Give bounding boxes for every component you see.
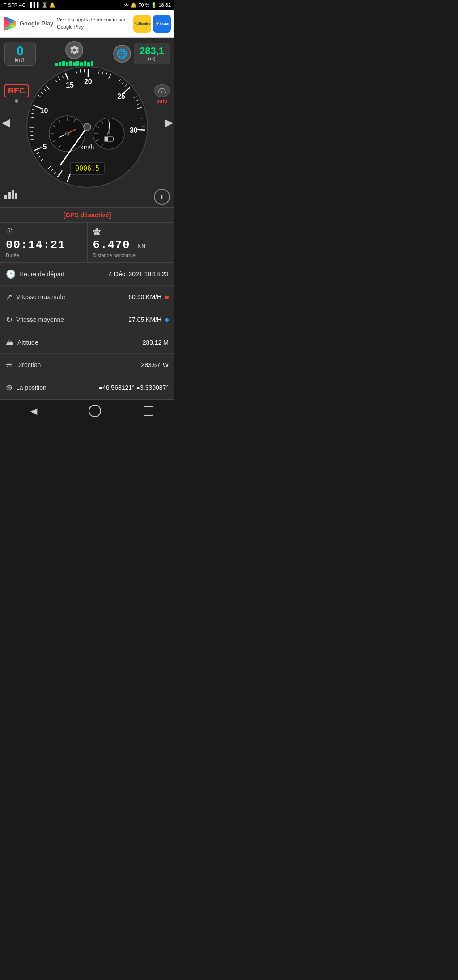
battery-icon: 🔋	[151, 2, 157, 8]
auto-button[interactable]: auto	[154, 84, 170, 104]
avg-speed-label: ↻ Vitesse moyenne	[6, 315, 64, 325]
rec-button[interactable]: REC	[4, 84, 29, 103]
svg-rect-88	[8, 192, 11, 199]
auto-label: auto	[156, 98, 167, 104]
duration-cell: ⏱ 00:14:21 Durée	[0, 223, 88, 262]
google-play-logo: Google Play	[4, 16, 53, 32]
svg-rect-87	[4, 195, 7, 199]
svg-rect-80	[105, 137, 108, 141]
time-text: 18:32	[158, 2, 171, 8]
direction-row: ✳ Direction 283.67°W	[0, 354, 174, 376]
clock-icon: 🕐	[6, 269, 16, 279]
duration-value: 00:14:21	[6, 238, 82, 252]
gps-status: [GPS désactivé]	[0, 208, 174, 223]
duration-label: Durée	[6, 253, 82, 258]
svg-point-82	[107, 132, 110, 135]
signal-bars	[55, 61, 93, 66]
max-speed-indicator	[165, 296, 169, 299]
svg-point-84	[84, 123, 91, 131]
avg-speed-icon: ↻	[6, 315, 13, 325]
distance-value: 283,1	[140, 46, 164, 56]
speedo-top-bar: 0 km/h 🌐	[0, 38, 174, 70]
depart-row: 🕐 Heure de départ 4 Déc. 2021 18:18:23	[0, 263, 174, 286]
google-play-text: Google Play	[20, 20, 53, 27]
svg-text:30: 30	[130, 127, 138, 134]
direction-label: ✳ Direction	[6, 360, 41, 370]
depart-value: 4 Déc. 2021 18:18:23	[109, 270, 169, 278]
alarm-icon: 🔔	[131, 2, 137, 8]
prev-screen-button[interactable]: ◀	[2, 116, 10, 129]
avg-speed-indicator	[165, 318, 169, 322]
stats-panel: [GPS désactivé] ⏱ 00:14:21 Durée 🛣 6.470…	[0, 207, 174, 400]
stats-list: 🕐 Heure de départ 4 Déc. 2021 18:18:23 ↗…	[0, 263, 174, 399]
status-bar: F SFR 4G+ ▌▌▌ ⏳ 🔔 👁 🔔 70 % 🔋 18:32	[0, 0, 174, 10]
signal-icon: ▌▌▌	[30, 2, 40, 8]
status-right: 👁 🔔 70 % 🔋 18:32	[124, 2, 171, 8]
speedometer-container: 0 km/h 🌐	[0, 38, 174, 207]
svg-text:25: 25	[117, 93, 125, 100]
svg-text:20: 20	[84, 78, 92, 85]
next-screen-button[interactable]: ▶	[165, 116, 173, 129]
signal-text: 4G+	[19, 2, 29, 8]
svg-line-24	[137, 130, 145, 130]
timer-icon: ⏱	[6, 227, 82, 237]
speedometer-dial: 0 5 10 15	[25, 64, 150, 190]
ad-banner[interactable]: Google Play Vive les applis de rencontre…	[0, 10, 174, 38]
svg-rect-89	[12, 190, 14, 199]
eye-icon: 👁	[124, 2, 129, 8]
depart-label: 🕐 Heure de départ	[6, 269, 64, 279]
speedo-bottom-bar: i	[0, 189, 174, 205]
distance-unit: (m)	[140, 56, 164, 61]
svg-text:5: 5	[43, 143, 47, 151]
avg-speed-value: 27.05 KM/H	[128, 316, 169, 323]
svg-point-70	[65, 132, 69, 135]
battery-text: 70 %	[138, 2, 149, 8]
svg-line-57	[142, 122, 145, 122]
play-logo-icon	[4, 16, 17, 32]
compass-icon: ✳	[6, 360, 13, 370]
home-button[interactable]	[89, 405, 101, 417]
svg-text:0006.5: 0006.5	[75, 165, 99, 173]
speed-display: 0 km/h	[4, 42, 36, 66]
svg-text:15: 15	[66, 81, 74, 89]
direction-value: 283.67°W	[141, 361, 169, 368]
speedo-mini-icon	[154, 84, 170, 97]
target-icon: ⊕	[6, 383, 13, 393]
chart-button[interactable]	[4, 189, 17, 205]
distance-cell: 🛣 6.470 KM Distance parcourue	[88, 223, 174, 262]
position-label: ⊕ La position	[6, 383, 47, 393]
max-speed-row: ↗ Vitesse maximale 60.90 KM/H	[0, 286, 174, 308]
position-value: ●46.568121° ●3.339087°	[98, 384, 169, 391]
back-button[interactable]: ◀	[21, 402, 46, 420]
speed-unit: km/h	[10, 57, 30, 63]
mountain-icon: ⛰	[6, 338, 14, 347]
altitude-value: 283.12 M	[143, 339, 169, 346]
svg-line-4	[161, 89, 162, 93]
position-row: ⊕ La position ●46.568121° ●3.339087°	[0, 376, 174, 399]
happn-icon: ⚡happn	[153, 15, 171, 33]
carrier-text: F SFR	[4, 2, 18, 8]
globe-button[interactable]: 🌐	[113, 45, 131, 63]
recents-button[interactable]	[144, 406, 153, 416]
bumble-icon: 🐝Bumble	[133, 15, 151, 33]
info-button[interactable]: i	[154, 189, 170, 205]
svg-line-34	[29, 132, 33, 132]
rec-label: REC	[4, 84, 29, 97]
max-speed-icon: ↗	[6, 292, 13, 302]
sound-icon: 🔔	[49, 2, 55, 8]
settings-button[interactable]	[65, 41, 83, 59]
status-left: F SFR 4G+ ▌▌▌ ⏳ 🔔	[4, 2, 55, 8]
stats-top-row: ⏱ 00:14:21 Durée 🛣 6.470 KM Distance par…	[0, 223, 174, 263]
navigation-bar: ◀	[0, 400, 174, 421]
altitude-label: ⛰ Altitude	[6, 338, 38, 347]
center-controls	[55, 41, 93, 66]
altitude-row: ⛰ Altitude 283.12 M	[0, 331, 174, 354]
distance-km-value: 6.470 KM	[93, 238, 169, 252]
ad-apps: 🐝Bumble ⚡happn	[133, 15, 171, 33]
hourglass-icon: ⏳	[42, 2, 48, 8]
svg-rect-90	[15, 193, 17, 199]
speed-value: 0	[10, 45, 30, 57]
max-speed-value: 60.90 KM/H	[128, 293, 169, 300]
distance-km-label: Distance parcourue	[93, 253, 169, 258]
road-icon: 🛣	[93, 227, 169, 237]
